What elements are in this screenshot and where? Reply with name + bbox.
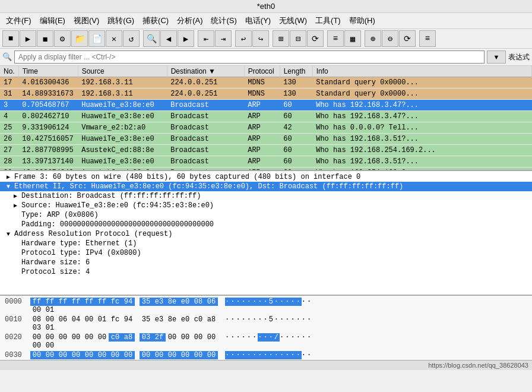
toolbar-button[interactable]: ◼ — [37, 30, 53, 47]
table-row[interactable]: 2813.397137140HuaweiTe_e3:8e:e0Broadcast… — [0, 156, 532, 167]
hex-byte[interactable]: 06 — [56, 315, 69, 324]
toolbar-button[interactable]: ▶ — [178, 30, 194, 47]
hex-byte[interactable]: 00 — [96, 333, 109, 342]
detail-row[interactable]: Protocol type: IPv4 (0x0800) — [0, 248, 532, 258]
hex-byte[interactable]: ff — [43, 298, 56, 306]
hex-byte[interactable]: 00 — [166, 333, 179, 342]
detail-row[interactable]: ▼Ethernet II, Src: HuaweiTe_e3:8e:e0 (fc… — [0, 182, 532, 191]
detail-row[interactable]: ▶Source: HuaweiTe_e3:8e:e0 (fc:94:35:e3:… — [0, 201, 532, 210]
packet-list[interactable]: No. Time Source Destination ▼ Protocol L… — [0, 66, 532, 170]
col-header-info[interactable]: Info — [312, 66, 531, 77]
menu-item[interactable]: 捕获(C) — [139, 14, 172, 27]
toolbar-button[interactable]: ⊞ — [273, 30, 289, 47]
expand-icon[interactable]: ▼ — [5, 184, 12, 190]
table-row[interactable]: 40.802462710HuaweiTe_e3:8e:e0BroadcastAR… — [0, 111, 532, 122]
hex-byte[interactable]: 00 — [140, 351, 153, 359]
hex-byte[interactable]: fc — [109, 298, 122, 306]
expand-icon[interactable]: ▶ — [5, 173, 12, 181]
hex-byte[interactable]: 00 — [83, 333, 96, 342]
hex-byte[interactable]: 00 — [179, 351, 192, 359]
table-row[interactable]: 259.331906124Vmware_e2:b2:a0BroadcastARP… — [0, 122, 532, 134]
hex-byte[interactable]: c0 — [109, 333, 122, 342]
toolbar-button[interactable]: ◀ — [160, 30, 177, 47]
toolbar-button[interactable]: ⇥ — [215, 30, 232, 47]
expand-icon[interactable]: ▼ — [5, 231, 12, 238]
toolbar-button[interactable]: ≡ — [419, 30, 436, 47]
toolbar-button[interactable]: ✕ — [106, 30, 122, 47]
detail-row[interactable]: ▼Address Resolution Protocol (request) — [0, 229, 532, 239]
menu-item[interactable]: 无线(W) — [276, 14, 311, 27]
toolbar-button[interactable]: ■ — [2, 30, 19, 47]
col-header-source[interactable]: Source — [78, 66, 167, 77]
hex-byte[interactable]: ff — [56, 298, 69, 306]
table-row[interactable]: 30.705468767HuaweiTe_e3:8e:e0BroadcastAR… — [0, 100, 532, 111]
hex-byte[interactable]: 00 — [43, 351, 56, 359]
toolbar-button[interactable]: ▶ — [20, 30, 36, 47]
col-header-destination[interactable]: Destination ▼ — [167, 66, 244, 77]
hex-byte[interactable]: 00 — [205, 351, 218, 359]
hex-byte[interactable]: 08 — [30, 315, 43, 324]
col-header-time[interactable]: Time — [18, 66, 78, 77]
toolbar-button[interactable]: ↩ — [235, 30, 252, 47]
hex-byte[interactable]: e3 — [153, 315, 166, 324]
toolbar-button[interactable]: ▦ — [344, 30, 361, 47]
table-row[interactable]: 2610.427516057HuaweiTe_e3:8e:e0Broadcast… — [0, 134, 532, 145]
hex-byte[interactable]: 00 — [56, 333, 69, 342]
expand-icon[interactable]: ▶ — [12, 202, 19, 209]
expand-icon[interactable]: ▶ — [12, 192, 19, 200]
toolbar-button[interactable]: 🔍 — [143, 30, 160, 47]
hex-byte[interactable]: 06 — [205, 298, 218, 306]
detail-row[interactable]: Hardware size: 6 — [0, 258, 532, 267]
detail-row[interactable]: Padding: 0000000000000000000000000000000… — [0, 220, 532, 229]
hex-byte[interactable]: 01 — [96, 315, 109, 324]
toolbar-button[interactable]: 📁 — [71, 30, 88, 47]
hex-byte[interactable]: a8 — [122, 333, 135, 342]
hex-byte[interactable]: 00 — [205, 333, 218, 342]
toolbar-button[interactable]: ⟳ — [399, 30, 416, 47]
hex-byte[interactable]: 00 — [30, 333, 43, 342]
detail-row[interactable]: Protocol size: 4 — [0, 267, 532, 277]
hex-byte[interactable]: 01 — [43, 306, 56, 314]
menu-item[interactable]: 电话(Y) — [242, 14, 274, 27]
toolbar-button[interactable]: ↺ — [123, 30, 140, 47]
hex-byte[interactable]: 00 — [43, 315, 56, 324]
hex-byte[interactable]: 00 — [43, 333, 56, 342]
hex-byte[interactable]: 00 — [30, 342, 43, 350]
hex-byte[interactable]: 35 — [140, 315, 153, 324]
hex-byte[interactable]: 00 — [192, 333, 205, 342]
toolbar-button[interactable]: ⊟ — [290, 30, 306, 47]
table-row[interactable]: 2712.887708995AsustekC_ed:88:8eBroadcast… — [0, 145, 532, 156]
toolbar-button[interactable]: 📄 — [88, 30, 105, 47]
hex-byte[interactable]: ff — [83, 298, 96, 306]
menu-item[interactable]: 工具(T) — [312, 14, 344, 27]
menu-item[interactable]: 统计(S) — [207, 14, 240, 27]
hex-byte[interactable]: a8 — [205, 315, 218, 324]
hex-byte[interactable]: 00 — [96, 351, 109, 359]
hex-byte[interactable]: 00 — [69, 333, 83, 342]
menu-item[interactable]: 视图(V) — [70, 14, 103, 27]
toolbar-button[interactable]: ↪ — [252, 30, 269, 47]
hex-byte[interactable]: 94 — [122, 315, 135, 324]
hex-byte[interactable]: 00 — [109, 351, 122, 359]
hex-byte[interactable]: 00 — [192, 351, 205, 359]
hex-byte[interactable]: ff — [69, 298, 83, 306]
hex-byte[interactable]: e3 — [153, 298, 166, 306]
table-row[interactable]: 3114.889331673192.168.3.11224.0.0.251MDN… — [0, 88, 532, 100]
col-header-protocol[interactable]: Protocol — [244, 66, 280, 77]
hex-byte[interactable]: 00 — [43, 342, 56, 350]
hex-byte[interactable]: 35 — [140, 298, 153, 306]
hex-byte[interactable]: ff — [30, 298, 43, 306]
hex-byte[interactable]: 00 — [56, 351, 69, 359]
hex-byte[interactable]: e0 — [179, 315, 192, 324]
col-header-no[interactable]: No. — [0, 66, 18, 77]
table-row[interactable]: 174.016300436192.168.3.11224.0.0.251MDNS… — [0, 77, 532, 88]
hex-byte[interactable]: ff — [96, 298, 109, 306]
hex-byte[interactable]: 03 — [30, 324, 43, 332]
hex-pane[interactable]: 0000fffffffffffffc9435e38ee008060001····… — [0, 295, 532, 360]
toolbar-button[interactable]: ⚙ — [54, 30, 71, 47]
hex-byte[interactable]: 00 — [153, 351, 166, 359]
detail-row[interactable]: ▶Frame 3: 60 bytes on wire (480 bits), 6… — [0, 172, 532, 182]
hex-byte[interactable]: e0 — [179, 298, 192, 306]
toolbar-button[interactable]: ≡ — [327, 30, 344, 47]
hex-byte[interactable]: 8e — [166, 315, 179, 324]
